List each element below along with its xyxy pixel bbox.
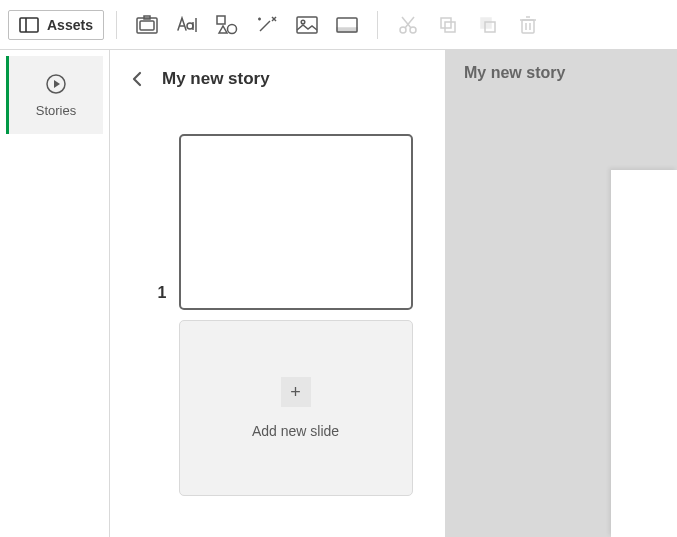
slide-row: 1 bbox=[110, 106, 445, 310]
snapshot-tool-icon[interactable] bbox=[129, 7, 165, 43]
slide-thumbnail[interactable] bbox=[179, 134, 413, 310]
left-rail: Stories bbox=[0, 50, 110, 537]
svg-rect-25 bbox=[481, 18, 491, 28]
media-tool-icon[interactable] bbox=[289, 7, 325, 43]
shapes-tool-icon[interactable] bbox=[209, 7, 245, 43]
svg-rect-23 bbox=[441, 18, 451, 28]
play-circle-icon bbox=[45, 73, 67, 95]
back-button[interactable] bbox=[124, 66, 150, 92]
svg-rect-18 bbox=[337, 28, 357, 32]
chevron-left-icon bbox=[130, 71, 144, 87]
svg-rect-27 bbox=[522, 20, 534, 33]
svg-rect-15 bbox=[297, 17, 317, 33]
svg-point-9 bbox=[227, 24, 236, 33]
copy-icon bbox=[430, 7, 466, 43]
toolbar: Assets bbox=[0, 0, 677, 50]
separator bbox=[377, 11, 378, 39]
canvas-area: My new story bbox=[446, 50, 677, 537]
add-slide-label: Add new slide bbox=[252, 423, 339, 439]
canvas-title: My new story bbox=[464, 64, 677, 82]
svg-rect-0 bbox=[20, 18, 38, 32]
svg-rect-24 bbox=[445, 22, 455, 32]
paste-icon bbox=[470, 7, 506, 43]
slide-canvas[interactable] bbox=[611, 170, 677, 537]
panel-toggle-icon bbox=[19, 17, 39, 33]
rail-item-stories[interactable]: Stories bbox=[6, 56, 103, 134]
rail-item-label: Stories bbox=[36, 103, 76, 118]
plus-icon: + bbox=[281, 377, 311, 407]
assets-button[interactable]: Assets bbox=[8, 10, 104, 40]
add-slide-button[interactable]: + Add new slide bbox=[179, 320, 413, 496]
panel-header: My new story bbox=[110, 60, 445, 106]
panel-title: My new story bbox=[162, 69, 270, 89]
main: Stories My new story 1 + Add new slide bbox=[0, 50, 677, 537]
slide-number: 1 bbox=[143, 284, 167, 302]
text-tool-icon[interactable] bbox=[169, 7, 205, 43]
add-slide-row: + Add new slide bbox=[110, 310, 445, 496]
separator bbox=[116, 11, 117, 39]
slides-panel: My new story 1 + Add new slide bbox=[110, 50, 446, 537]
cut-icon bbox=[390, 7, 426, 43]
svg-line-10 bbox=[260, 21, 270, 31]
effects-tool-icon[interactable] bbox=[249, 7, 285, 43]
svg-rect-8 bbox=[217, 16, 225, 24]
svg-point-16 bbox=[301, 20, 305, 24]
assets-label: Assets bbox=[47, 17, 93, 33]
delete-icon bbox=[510, 7, 546, 43]
svg-rect-3 bbox=[140, 21, 154, 30]
sheet-tool-icon[interactable] bbox=[329, 7, 365, 43]
